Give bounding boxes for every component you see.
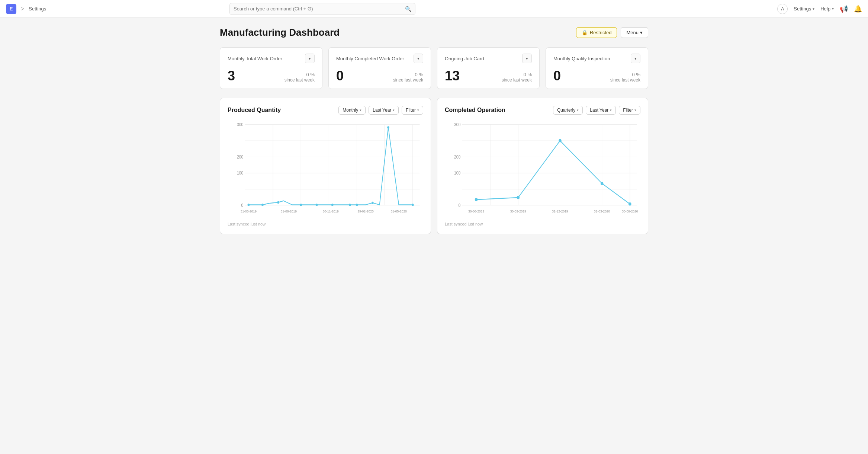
menu-caret-icon: ▾: [640, 30, 643, 35]
chart-title: Completed Operation: [445, 107, 505, 114]
kpi-card-completed-work-order: Monthly Completed Work Order ▾ 0 0 % sin…: [328, 47, 431, 89]
produced-quantity-chart-card: Produced Quantity Monthly ▾ Last Year ▾ …: [220, 98, 431, 234]
kpi-header: Ongoing Job Card ▾: [445, 54, 532, 63]
filter-caret-icon: ▾: [634, 108, 636, 112]
svg-text:0: 0: [459, 203, 461, 208]
svg-text:200: 200: [237, 154, 243, 159]
kpi-body: 3 0 % since last week: [228, 69, 315, 83]
svg-text:100: 100: [454, 170, 460, 175]
svg-text:31-05-2020: 31-05-2020: [391, 209, 407, 213]
kpi-dropdown-button[interactable]: ▾: [522, 54, 532, 63]
kpi-since: since last week: [502, 77, 532, 83]
chart-header: Produced Quantity Monthly ▾ Last Year ▾ …: [228, 106, 423, 115]
monthly-caret-icon: ▾: [360, 108, 361, 112]
svg-point-51: [601, 182, 604, 185]
settings-nav-button[interactable]: Settings ▾: [794, 6, 814, 12]
svg-point-48: [475, 198, 478, 201]
kpi-change: 0 % since last week: [284, 72, 315, 83]
kpi-label: Monthly Quality Inspection: [553, 56, 610, 61]
kpi-since: since last week: [610, 77, 640, 83]
svg-point-49: [517, 196, 520, 199]
kpi-pct: 0 %: [393, 72, 423, 77]
restricted-button[interactable]: 🔒 Restricted: [576, 27, 617, 38]
svg-text:29-02-2020: 29-02-2020: [357, 209, 373, 213]
help-nav-button[interactable]: Help ▾: [820, 6, 834, 12]
notification-icon[interactable]: 🔔: [854, 5, 862, 13]
svg-text:31-05-2019: 31-05-2019: [241, 209, 257, 213]
filter-caret-icon: ▾: [417, 108, 419, 112]
filter-dropdown-button[interactable]: Filter ▾: [619, 106, 640, 115]
search-input[interactable]: [234, 6, 402, 12]
kpi-card-work-order: Monthly Total Work Order ▾ 3 0 % since l…: [220, 47, 322, 89]
kpi-value: 0: [336, 69, 344, 83]
last-year-dropdown-button[interactable]: Last Year ▾: [586, 106, 616, 115]
page-header-actions: 🔒 Restricted Menu ▾: [576, 27, 648, 38]
svg-text:31-08-2019: 31-08-2019: [281, 209, 297, 213]
kpi-body: 0 0 % since last week: [553, 69, 640, 83]
svg-point-17: [261, 204, 264, 206]
breadcrumb-separator: >: [21, 6, 24, 12]
page-content: Manufacturing Dashboard 🔒 Restricted Men…: [211, 18, 657, 243]
monthly-dropdown-button[interactable]: Monthly ▾: [338, 106, 366, 115]
chart-header: Completed Operation Quarterly ▾ Last Yea…: [445, 106, 640, 115]
kpi-row: Monthly Total Work Order ▾ 3 0 % since l…: [220, 47, 648, 89]
chart-footer: Last synced just now: [445, 222, 640, 226]
search-icon: 🔍: [405, 6, 411, 12]
completed-operation-chart-card: Completed Operation Quarterly ▾ Last Yea…: [437, 98, 648, 234]
help-caret-icon: ▾: [832, 7, 834, 11]
svg-text:200: 200: [454, 154, 460, 159]
chart-area: 300 200 100 0: [228, 121, 423, 217]
kpi-label: Ongoing Job Card: [445, 56, 484, 61]
top-nav: E > Settings 🔍 A Settings ▾ Help ▾ 📢 🔔: [0, 0, 868, 18]
chart-controls: Quarterly ▾ Last Year ▾ Filter ▾: [553, 106, 640, 115]
megaphone-icon[interactable]: 📢: [840, 5, 848, 13]
filter-dropdown-button[interactable]: Filter ▾: [402, 106, 423, 115]
svg-text:30-06-2020: 30-06-2020: [622, 209, 638, 213]
kpi-value: 0: [553, 69, 561, 83]
svg-point-24: [372, 202, 374, 204]
avatar[interactable]: A: [777, 4, 788, 14]
kpi-value: 3: [228, 69, 235, 83]
kpi-change: 0 % since last week: [502, 72, 532, 83]
produced-quantity-svg: 300 200 100 0: [228, 121, 423, 217]
kpi-body: 0 0 % since last week: [336, 69, 423, 83]
kpi-since: since last week: [284, 77, 315, 83]
kpi-card-quality-inspection: Monthly Quality Inspection ▾ 0 0 % since…: [546, 47, 648, 89]
svg-point-21: [331, 204, 334, 206]
kpi-pct: 0 %: [502, 72, 532, 77]
settings-caret-icon: ▾: [813, 7, 814, 11]
last-year-caret-icon: ▾: [393, 108, 395, 112]
svg-point-18: [277, 201, 279, 204]
charts-row: Produced Quantity Monthly ▾ Last Year ▾ …: [220, 98, 648, 234]
svg-text:30-09-2019: 30-09-2019: [510, 209, 526, 213]
svg-text:100: 100: [237, 170, 243, 175]
page-header: Manufacturing Dashboard 🔒 Restricted Men…: [220, 27, 648, 38]
page-title: Manufacturing Dashboard: [220, 27, 340, 38]
kpi-header: Monthly Quality Inspection ▾: [553, 54, 640, 63]
quarterly-dropdown-button[interactable]: Quarterly ▾: [553, 106, 583, 115]
kpi-pct: 0 %: [284, 72, 315, 77]
svg-point-23: [356, 204, 358, 206]
menu-button[interactable]: Menu ▾: [621, 27, 648, 38]
svg-point-50: [559, 139, 562, 143]
last-year-dropdown-button[interactable]: Last Year ▾: [369, 106, 399, 115]
svg-text:300: 300: [454, 122, 460, 127]
last-synced-label: Last synced just now: [445, 222, 483, 226]
svg-text:300: 300: [237, 122, 243, 127]
app-icon[interactable]: E: [6, 4, 16, 14]
search-bar[interactable]: 🔍: [229, 3, 415, 15]
kpi-label: Monthly Total Work Order: [228, 56, 282, 61]
kpi-dropdown-button[interactable]: ▾: [631, 54, 640, 63]
svg-point-22: [349, 204, 351, 206]
nav-right: A Settings ▾ Help ▾ 📢 🔔: [777, 4, 862, 14]
kpi-since: since last week: [393, 77, 423, 83]
breadcrumb: Settings: [29, 6, 46, 12]
svg-point-20: [316, 204, 318, 206]
kpi-dropdown-button[interactable]: ▾: [305, 54, 315, 63]
kpi-dropdown-button[interactable]: ▾: [414, 54, 423, 63]
chart-area: 300 200 100 0 30-06-2019 30-09-2019 31: [445, 121, 640, 217]
chart-footer: Last synced just now: [228, 222, 423, 226]
kpi-value: 13: [445, 69, 460, 83]
last-synced-label: Last synced just now: [228, 222, 266, 226]
svg-point-52: [629, 202, 631, 206]
